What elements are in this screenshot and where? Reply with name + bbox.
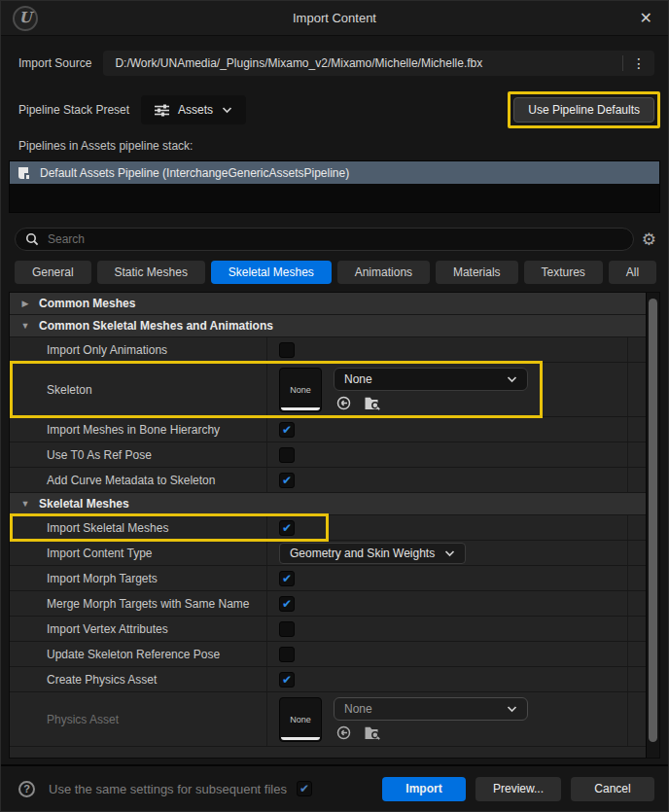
asset-picker-skeleton: NoneNone bbox=[279, 368, 528, 412]
property-label-use-t0-as-ref-pose: Use T0 As Ref Pose bbox=[10, 442, 267, 467]
asset-action-icons bbox=[334, 395, 528, 411]
checkbox-import-only-animations[interactable] bbox=[279, 342, 295, 358]
property-value-add-curve-metadata-to-skeleton: ✔ bbox=[267, 468, 646, 492]
tab-general[interactable]: General bbox=[15, 261, 91, 284]
checkbox-create-physics-asset[interactable]: ✔ bbox=[279, 672, 295, 688]
use-selected-asset-icon[interactable] bbox=[335, 395, 352, 411]
pipeline-item-label: Default Assets Pipeline (InterchangeGene… bbox=[40, 166, 349, 180]
asset-thumbnail[interactable]: None bbox=[279, 368, 322, 412]
preview-button[interactable]: Preview... bbox=[475, 777, 561, 801]
import-source-label: Import Source bbox=[18, 56, 91, 70]
tab-textures[interactable]: Textures bbox=[524, 261, 603, 284]
check-icon: ✔ bbox=[282, 674, 292, 686]
check-icon: ✔ bbox=[282, 475, 292, 486]
dropdown-import-content-type[interactable]: Geometry and Skin Weights bbox=[279, 543, 466, 564]
checkbox-add-curve-metadata-to-skeleton[interactable]: ✔ bbox=[279, 473, 295, 488]
property-row-import-content-type: Import Content TypeGeometry and Skin Wei… bbox=[10, 541, 646, 566]
property-value-import-only-animations bbox=[267, 337, 646, 362]
scrollbar-track[interactable] bbox=[646, 293, 659, 758]
checkbox-import-meshes-in-bone-hierarchy[interactable]: ✔ bbox=[279, 422, 295, 438]
category-common-meshes[interactable]: ▶Common Meshes bbox=[10, 293, 646, 315]
property-value-merge-morph-targets-with-same-name: ✔ bbox=[267, 591, 646, 616]
use-selected-asset-icon[interactable] bbox=[335, 724, 352, 741]
category-label: Skeletal Meshes bbox=[39, 497, 129, 511]
pipeline-stack-icon bbox=[18, 166, 31, 180]
close-icon[interactable]: ✕ bbox=[636, 9, 656, 27]
category-skeletal-meshes[interactable]: ▼Skeletal Meshes bbox=[10, 493, 646, 515]
browse-to-asset-icon[interactable] bbox=[364, 396, 381, 411]
property-label-import-skeletal-meshes: Import Skeletal Meshes bbox=[10, 515, 267, 540]
property-row-add-curve-metadata-to-skeleton: Add Curve Metadata to Skeleton✔ bbox=[10, 468, 646, 493]
subsequent-files-checkbox[interactable]: ✔ bbox=[297, 781, 312, 796]
property-rows: ▶Common Meshes▼Common Skeletal Meshes an… bbox=[10, 293, 646, 758]
asset-dropdown-skeleton[interactable]: None bbox=[334, 368, 528, 391]
asset-thumbnail-label: None bbox=[290, 715, 311, 724]
check-icon: ✔ bbox=[282, 522, 292, 534]
check-icon: ✔ bbox=[282, 424, 292, 436]
expand-arrow-icon[interactable]: ▼ bbox=[19, 321, 31, 331]
asset-picker-physics-asset: NoneNone bbox=[279, 697, 528, 742]
checkbox-use-t0-as-ref-pose[interactable] bbox=[279, 447, 295, 463]
checkbox-import-vertex-attributes[interactable] bbox=[279, 621, 295, 637]
property-label-import-only-animations: Import Only Animations bbox=[10, 337, 267, 362]
asset-thumbnail-label: None bbox=[290, 385, 311, 395]
category-label: Common Meshes bbox=[39, 297, 135, 310]
checkbox-merge-morph-targets-with-same-name[interactable]: ✔ bbox=[279, 596, 295, 612]
property-label-create-physics-asset: Create Physics Asset bbox=[10, 667, 267, 691]
search-input[interactable] bbox=[46, 231, 623, 247]
asset-controls: None bbox=[334, 697, 528, 741]
collapse-arrow-icon[interactable]: ▶ bbox=[19, 299, 31, 308]
vertical-ellipsis-icon[interactable]: ⋮ bbox=[629, 55, 649, 71]
pipeline-defaults-highlight: Use Pipeline Defaults bbox=[508, 91, 660, 128]
tab-static-meshes[interactable]: Static Meshes bbox=[97, 261, 205, 284]
property-row-use-t0-as-ref-pose: Use T0 As Ref Pose bbox=[10, 442, 646, 468]
property-row-skeleton: SkeletonNoneNone bbox=[10, 363, 646, 417]
check-icon: ✔ bbox=[282, 598, 292, 610]
property-value-physics-asset: NoneNone bbox=[267, 692, 646, 746]
property-value-import-vertex-attributes bbox=[267, 617, 646, 641]
properties-panel: ▶Common Meshes▼Common Skeletal Meshes an… bbox=[9, 292, 660, 759]
tab-all[interactable]: All bbox=[609, 261, 656, 284]
property-row-import-meshes-in-bone-hierarchy: Import Meshes in Bone Hierarchy✔ bbox=[10, 417, 646, 442]
browse-to-asset-icon[interactable] bbox=[364, 725, 381, 741]
asset-thumbnail[interactable]: None bbox=[279, 697, 322, 742]
tab-skeletal-meshes[interactable]: Skeletal Meshes bbox=[211, 261, 332, 284]
property-label-physics-asset: Physics Asset bbox=[10, 692, 267, 746]
tab-materials[interactable]: Materials bbox=[436, 261, 518, 284]
help-icon[interactable]: ? bbox=[18, 781, 35, 797]
property-value-use-t0-as-ref-pose bbox=[267, 442, 646, 467]
scrollbar-thumb[interactable] bbox=[649, 299, 657, 742]
category-tabs: GeneralStatic MeshesSkeletal MeshesAnima… bbox=[15, 261, 656, 284]
asset-dropdown-physics-asset[interactable]: None bbox=[334, 697, 528, 721]
category-common-skeletal-meshes-and-animations[interactable]: ▼Common Skeletal Meshes and Animations bbox=[10, 315, 646, 337]
title-bar: U Import Content ✕ bbox=[1, 1, 668, 36]
dialog-title: Import Content bbox=[1, 11, 668, 25]
gear-icon[interactable]: ⚙ bbox=[642, 231, 656, 248]
check-icon: ✔ bbox=[282, 573, 292, 584]
cancel-button[interactable]: Cancel bbox=[571, 777, 654, 801]
checkbox-import-skeletal-meshes[interactable]: ✔ bbox=[279, 520, 295, 536]
asset-action-icons bbox=[334, 724, 528, 741]
divider bbox=[622, 55, 623, 71]
property-label-add-curve-metadata-to-skeleton: Add Curve Metadata to Skeleton bbox=[10, 468, 267, 492]
property-label-import-meshes-in-bone-hierarchy: Import Meshes in Bone Hierarchy bbox=[10, 417, 267, 441]
expand-arrow-icon[interactable]: ▼ bbox=[19, 499, 31, 509]
pipeline-preset-row: Pipeline Stack Preset Assets Use Pipelin… bbox=[18, 90, 660, 129]
dropdown-import-content-type-value: Geometry and Skin Weights bbox=[290, 547, 435, 560]
import-source-field[interactable]: D:/Work/UNAmedia/_Plugins/Mixamo_v2/Mixa… bbox=[103, 51, 654, 76]
search-box[interactable] bbox=[15, 228, 634, 251]
pipeline-list-item[interactable]: Default Assets Pipeline (InterchangeGene… bbox=[10, 161, 659, 184]
unreal-logo-glyph: U bbox=[18, 11, 31, 25]
property-row-update-skeleton-reference-pose: Update Skeleton Reference Pose bbox=[10, 642, 646, 667]
checkbox-update-skeleton-reference-pose[interactable] bbox=[279, 647, 295, 662]
import-button[interactable]: Import bbox=[382, 777, 466, 801]
pipeline-preset-dropdown[interactable]: Assets bbox=[141, 95, 246, 124]
chevron-down-icon bbox=[507, 375, 517, 383]
property-row-import-only-animations: Import Only Animations bbox=[10, 337, 646, 363]
use-pipeline-defaults-button[interactable]: Use Pipeline Defaults bbox=[513, 97, 654, 123]
footer: ? Use the same settings for subsequent f… bbox=[1, 764, 668, 811]
checkbox-import-morph-targets[interactable]: ✔ bbox=[279, 571, 295, 586]
tab-animations[interactable]: Animations bbox=[337, 261, 430, 284]
property-value-import-meshes-in-bone-hierarchy: ✔ bbox=[267, 417, 646, 441]
property-value-import-content-type: Geometry and Skin Weights bbox=[267, 541, 646, 565]
